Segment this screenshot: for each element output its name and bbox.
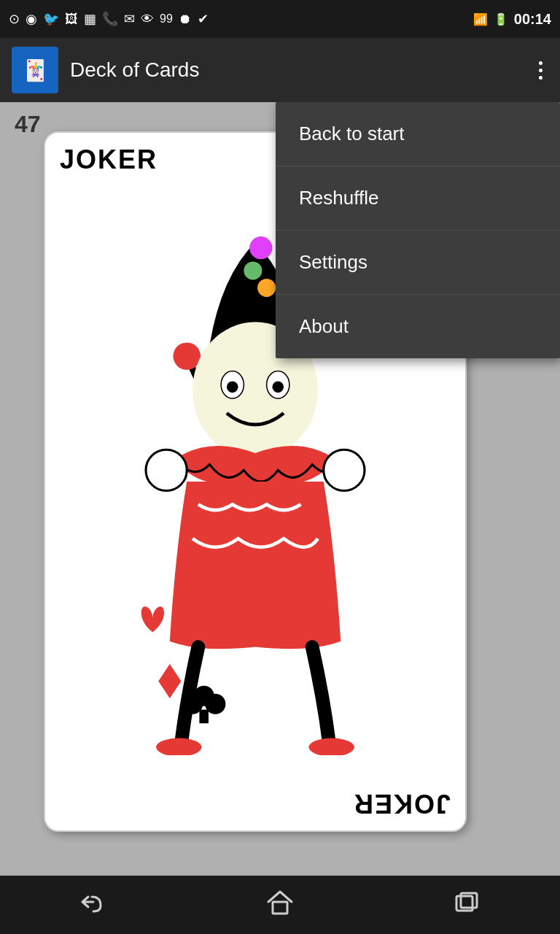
menu-item-back-to-start[interactable]: Back to start: [276, 102, 560, 166]
eye-icon: 👁: [141, 12, 154, 26]
app-icon: 🃏: [12, 47, 58, 93]
image-icon: 🖼: [65, 12, 78, 26]
menu-item-reshuffle[interactable]: Reshuffle: [276, 166, 560, 231]
nav-recents-button[interactable]: [438, 881, 496, 928]
nav-home-button[interactable]: [251, 881, 309, 928]
notif-count: 99: [160, 13, 173, 25]
battery-icon: 🔋: [494, 12, 508, 26]
nav-bar: [0, 876, 560, 934]
menu-item-settings[interactable]: Settings: [276, 231, 560, 295]
dot-1: [539, 61, 542, 65]
main-content: 47 JOKER: [0, 102, 560, 876]
status-icons: ⊙ ◉ 🐦 🖼 ▦ 📞 ✉ 👁 99 ⏺ ✔: [9, 12, 209, 26]
icon-2: ◉: [26, 12, 37, 26]
check-icon: ✔: [198, 12, 209, 26]
menu-item-about[interactable]: About: [276, 295, 560, 358]
nav-back-button[interactable]: [64, 884, 122, 926]
bars-icon: ▦: [84, 12, 96, 26]
status-right: 📶 🔋 00:14: [473, 11, 551, 28]
status-time: 00:14: [514, 11, 551, 28]
overflow-menu-button[interactable]: [533, 55, 548, 85]
svg-rect-19: [273, 902, 287, 914]
voicemail-icon: ⏺: [179, 12, 192, 26]
dot-3: [539, 76, 542, 80]
twitter-icon: 🐦: [43, 12, 59, 26]
phone-icon: 📞: [102, 12, 118, 26]
dropdown-menu: Back to start Reshuffle Settings About: [276, 102, 560, 358]
app-bar: 🃏 Deck of Cards: [0, 38, 560, 102]
dot-2: [539, 69, 542, 72]
mail-icon: ✉: [124, 12, 135, 26]
icon-1: ⊙: [9, 12, 20, 26]
signal-icon: 📶: [473, 12, 488, 26]
app-title: Deck of Cards: [70, 58, 533, 82]
status-bar: ⊙ ◉ 🐦 🖼 ▦ 📞 ✉ 👁 99 ⏺ ✔ 📶 🔋 00:14: [0, 0, 560, 38]
